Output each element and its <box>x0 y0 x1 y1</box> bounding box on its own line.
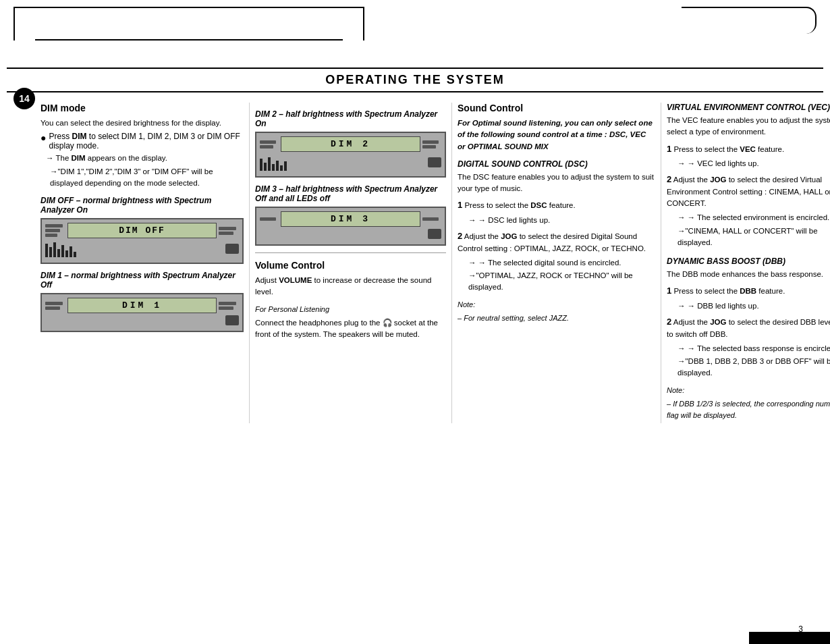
vec-item-2: 2 Adjust the JOG to select the desired V… <box>667 173 830 248</box>
spec-bar-8 <box>74 252 76 257</box>
dim3-row1: DIM 3 <box>260 211 441 227</box>
dim2-panel: DIM 2 <box>255 132 446 178</box>
dim3-right-ind <box>422 217 441 221</box>
top-decorative-area <box>0 0 830 54</box>
d2-r-bar1 <box>422 140 439 144</box>
dsc-item2-arrow2: →"OPTIMAL, JAZZ, ROCK or TECHNO" will be… <box>458 270 655 294</box>
right-controls-1 <box>78 244 239 254</box>
s2-bar7 <box>284 161 287 171</box>
d3-r-bar1 <box>422 217 439 221</box>
spec-bar-7 <box>70 246 72 257</box>
main-title-bar: OPERATING THE SYSTEM <box>7 68 823 92</box>
dim-off-lcd: DIM OFF <box>67 223 217 238</box>
d1-r-bar1 <box>219 302 236 305</box>
page-title: OPERATING THE SYSTEM <box>7 73 823 87</box>
dim1-right-ind <box>219 302 239 310</box>
vec-title: VIRTUAL ENVIRONMENT CONTROL (VEC) <box>667 103 830 112</box>
dim-off-row1: DIM OFF <box>45 223 239 238</box>
dbb-title: DYNAMIC BASS BOOST (DBB) <box>667 257 830 266</box>
spec-bar-2 <box>49 247 52 257</box>
dim-bullet-1: ● Press DIM to select DIM 1, DIM 2, DIM … <box>40 132 244 151</box>
dim2-subtitle: DIM 2 – half brightness with Spectrum An… <box>255 109 446 128</box>
content-area: DIM mode You can select the desired brig… <box>0 96 830 430</box>
dim3-panel: DIM 3 <box>255 207 446 246</box>
d1-bar1 <box>45 302 63 305</box>
dim1-subtitle: DIM 1 – normal brightness with Spectrum … <box>40 271 244 290</box>
dim-bullet-text: Press DIM to select DIM 1, DIM 2, DIM 3 … <box>49 132 244 151</box>
dim1-panel: DIM 1 <box>40 293 244 332</box>
dim2-row2 <box>260 154 441 171</box>
vec-intro: The VEC feature enables you to adjust th… <box>667 115 830 138</box>
s2-bar4 <box>272 164 275 171</box>
dbb-item2-arrow2: →"DBB 1, DBB 2, DBB 3 or DBB OFF" will b… <box>667 356 830 379</box>
dbb-item1-arrow: → DBB led lights up. <box>667 300 830 312</box>
sound-control-title: Sound Control <box>458 103 655 113</box>
right-indicators <box>219 227 239 235</box>
dim-off-panel: DIM OFF <box>40 218 244 264</box>
dbb-item-1: 1 Press to select the DBB feature. → DBB… <box>667 284 830 312</box>
column-vec-dbb: VIRTUAL ENVIRONMENT CONTROL (VEC) The VE… <box>661 103 830 423</box>
dim2-right-controls <box>289 157 441 167</box>
spec-bar-5 <box>61 245 64 257</box>
vec-item2-arrow1: → The selected environment is encircled. <box>667 212 830 223</box>
dsc-item1-arrow: → DSC led lights up. <box>458 215 655 226</box>
dim-arrow-1: The DIM appears on the display. <box>40 153 244 164</box>
dim-off-subtitle: DIM OFF – normal brightness with Spectru… <box>40 196 244 215</box>
vec-item2-arrow2: →"CINEMA, HALL or CONCERT" will be displ… <box>667 225 830 249</box>
spec-bar-4 <box>57 249 60 257</box>
indicator-bar3 <box>45 234 57 237</box>
dim1-control <box>225 315 239 325</box>
d2-bar1 <box>260 140 276 144</box>
dim3-lcd: DIM 3 <box>281 211 420 227</box>
dim2-row1: DIM 2 <box>260 136 441 152</box>
d2-bar2 <box>260 145 273 149</box>
dim1-lcd: DIM 1 <box>67 298 217 313</box>
dim-off-row2 <box>45 240 239 257</box>
page-number-badge: 14 <box>13 88 35 109</box>
dbb-note-text: – If DBB 1/2/3 is selected, the correspo… <box>667 398 830 421</box>
column-dim-mode: DIM mode You can select the desired brig… <box>40 103 250 423</box>
dim1-row1: DIM 1 <box>45 298 239 313</box>
dim2-left-ind <box>260 140 279 149</box>
dbb-item2-arrow1: → The selected bass response is encircle… <box>667 343 830 354</box>
dim3-empty <box>260 231 426 238</box>
bottom-black-bar <box>749 632 830 644</box>
spec-bar-1 <box>45 244 48 257</box>
dim2-knob <box>428 157 441 167</box>
dsc-item1-text: 1 Press to select the DSC feature. <box>458 198 655 212</box>
column-dim23-volume: DIM 2 – half brightness with Spectrum An… <box>250 103 452 423</box>
dsc-note-label: Note: <box>458 299 655 311</box>
dsc-intro: The DSC feature enables you to adjust th… <box>458 171 655 195</box>
volume-intro: Adjust VOLUME to increase or decrease th… <box>255 275 446 298</box>
dsc-item2-arrow1: → The selected digital sound is encircle… <box>458 257 655 269</box>
top-bracket-right <box>682 7 817 34</box>
dim-mode-title: DIM mode <box>40 103 244 113</box>
dim3-subtitle: DIM 3 – half brightness with Spectrum An… <box>255 184 446 203</box>
left-indicators <box>45 224 65 237</box>
d2-r-bar2 <box>422 145 436 149</box>
dbb-intro: The DBB mode enhances the bass response. <box>667 269 830 280</box>
dim-mode-intro: You can select the desired brightness fo… <box>40 117 244 129</box>
s2-bar2 <box>264 163 267 171</box>
bullet-dot: ● <box>40 132 46 151</box>
section-divider <box>255 252 446 253</box>
s2-bar1 <box>260 159 262 171</box>
dbb-item2-text: 2 Adjust the JOG to select the desired D… <box>667 315 830 340</box>
spectrum-bars-2 <box>260 154 287 171</box>
s2-bar6 <box>280 165 283 171</box>
volume-title: Volume Control <box>255 260 446 271</box>
vec-item1-text: 1 Press to select the VEC feature. <box>667 142 830 156</box>
dim2-lcd: DIM 2 <box>281 136 420 152</box>
dim3-row2 <box>260 229 441 239</box>
dim2-right-ind <box>422 140 441 149</box>
dim3-knob <box>428 229 441 239</box>
dbb-item-2: 2 Adjust the JOG to select the desired D… <box>667 315 830 379</box>
d1-r-bar2 <box>219 306 233 310</box>
dsc-item-1: 1 Press to select the DSC feature. → DSC… <box>458 198 655 226</box>
d1-bar2 <box>45 306 60 310</box>
sound-control-intro: For Optimal sound listening, you can onl… <box>458 117 655 153</box>
indicator-bar2 <box>45 229 60 232</box>
control-knob <box>225 244 239 254</box>
vec-item2-text: 2 Adjust the JOG to select the desired V… <box>667 173 830 209</box>
dim-arrow-2: →"DIM 1","DIM 2","DIM 3" or "DIM OFF" wi… <box>40 166 244 190</box>
